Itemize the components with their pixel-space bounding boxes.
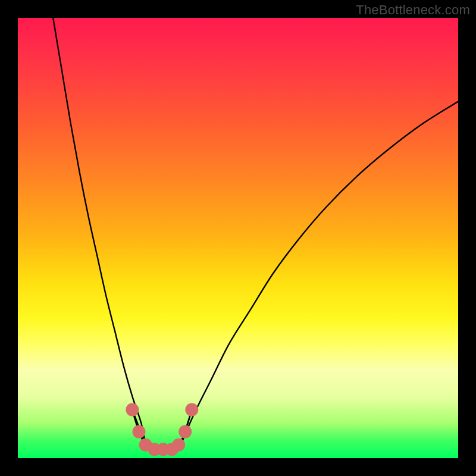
curve-group [53, 18, 458, 450]
plot-area [18, 18, 458, 458]
valley-marker-dot [172, 439, 185, 452]
left-curve [53, 18, 145, 445]
watermark-text: TheBottleneck.com [356, 2, 470, 18]
chart-svg [18, 18, 458, 458]
valley-marker-dot [126, 403, 139, 416]
valley-marker-dot [133, 425, 146, 439]
valley-markers [126, 403, 198, 456]
valley-marker-dot [185, 403, 198, 416]
right-curve [181, 102, 458, 445]
outer-frame: TheBottleneck.com [0, 0, 476, 476]
valley-marker-dot [178, 425, 192, 439]
